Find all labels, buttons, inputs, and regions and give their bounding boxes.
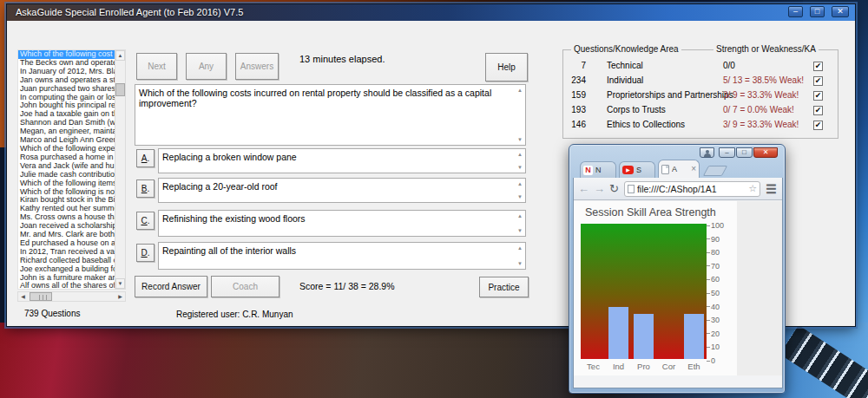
scroll-up-icon[interactable]: ▲ (516, 87, 524, 94)
question-list-item[interactable]: Which of the following items (18, 179, 115, 188)
scroll-up-icon[interactable]: ▲ (516, 180, 524, 187)
scroll-up-icon[interactable]: ▲ (516, 212, 524, 219)
coach-button[interactable]: Coach (211, 276, 279, 297)
address-text[interactable]: file:///C:/AShop/1A1 (637, 184, 748, 194)
chart-title: Session Skill Area Strength (585, 206, 716, 219)
question-list-item[interactable]: Alf owns all of the shares of (18, 282, 115, 290)
question-list-item[interactable]: Julie made cash contribution (18, 171, 115, 179)
ka-checkbox[interactable]: ✔ (813, 106, 823, 115)
browser-frame: ← → ↻ file:///C:/AShop/1A1 ☆ ☰ Session S… (573, 178, 783, 388)
question-list-item[interactable]: Ms. Cross owns a house tha (18, 213, 115, 222)
scroll-right-icon[interactable]: ▶ (115, 292, 125, 301)
question-list-item[interactable]: Kiran bought stock in the Bi (18, 196, 115, 205)
maximize-button[interactable]: □ (810, 6, 825, 17)
question-list-item[interactable]: Vera and Jack (wife and hu (18, 162, 115, 171)
tab-close-icon[interactable]: × (691, 165, 696, 173)
tick-label: 90 (711, 235, 720, 244)
browser-tab[interactable]: NN (580, 161, 616, 178)
question-list-item[interactable]: In computing the gain or los (18, 94, 115, 102)
question-list-item[interactable]: Marco and Leigh Ann Green (18, 136, 115, 145)
tick-mark (707, 306, 710, 307)
scroll-down-icon[interactable]: ▼ (516, 260, 524, 267)
question-list-item[interactable]: Joan received a scholarship (18, 222, 115, 231)
back-icon[interactable]: ← (578, 183, 589, 194)
forward-icon[interactable]: → (594, 183, 605, 194)
scroll-up-icon[interactable]: ▲ (516, 151, 524, 158)
question-list-vscrollbar[interactable]: ▲ ▼ (115, 49, 126, 290)
scroll-up-icon[interactable]: ▲ (115, 50, 125, 61)
scroll-down-icon[interactable]: ▼ (516, 193, 524, 200)
reload-icon[interactable]: ↻ (609, 183, 619, 194)
answer-b-textbox[interactable]: Replacing a 20-year-old roof ▲ ▼ (158, 178, 526, 203)
ka-checkbox[interactable]: ✔ (813, 76, 823, 86)
question-list-item[interactable]: In 2012, Tran received a va (18, 248, 115, 257)
question-list-item[interactable]: In January of 2012, Mrs. Bla (18, 68, 115, 76)
browser-window: – □ ✕ NN▶SA× ← → ↻ file:///C:/AShop/1A1 … (569, 144, 786, 394)
question-list-item[interactable]: Joe exchanged a building fo (18, 265, 115, 274)
browser-close-button[interactable]: ✕ (753, 147, 778, 158)
answer-d-textbox[interactable]: Repainting all of the interior walls ▲ ▼ (158, 242, 526, 270)
ka-checkbox[interactable]: ✔ (813, 91, 823, 101)
scroll-down-icon[interactable]: ▼ (115, 278, 125, 289)
question-textbox[interactable]: Which of the following costs incurred on… (135, 84, 526, 146)
browser-maximize-button[interactable]: □ (736, 147, 753, 158)
answer-b-button[interactable]: B. (136, 179, 155, 198)
close-button[interactable]: ✕ (832, 6, 849, 17)
scroll-down-icon[interactable]: ▼ (516, 136, 524, 143)
question-list-item[interactable]: Richard collected baseball c (18, 257, 115, 265)
browser-tab-strip: NN▶SA× (580, 159, 725, 178)
profile-avatar-button[interactable] (700, 147, 714, 158)
question-list-item[interactable]: John bought his principal re (18, 101, 115, 110)
scroll-down-icon[interactable]: ▼ (516, 164, 524, 171)
question-list[interactable]: Which of the following costThe Becks own… (17, 49, 115, 290)
question-list-item[interactable]: Joe had a taxable gain on th (18, 110, 115, 119)
question-list-item[interactable]: The Becks own and operate (18, 59, 115, 68)
score-label: Score = 11/ 38 = 28.9% (299, 281, 395, 291)
question-list-item[interactable]: Ed purchased a house on a (18, 239, 115, 248)
ka-strength-value: 3/ 9 = 33.3% Weak! (723, 90, 799, 100)
question-list-item[interactable]: Which of the following cost (18, 50, 115, 59)
browser-minimize-button[interactable]: – (719, 147, 735, 158)
address-bar[interactable]: file:///C:/AShop/1A1 ☆ (624, 181, 760, 197)
scroll-up-icon[interactable]: ▲ (516, 245, 524, 251)
new-tab-button[interactable] (703, 166, 727, 176)
question-list-hscrollbar[interactable]: ◀ ▶ (17, 291, 126, 302)
answer-d-button[interactable]: D. (136, 244, 155, 262)
next-button[interactable]: Next (136, 53, 177, 80)
browser-tab[interactable]: A× (658, 160, 700, 178)
question-list-item[interactable]: Juan purchased two shares (18, 85, 115, 94)
bookmark-star-icon[interactable]: ☆ (748, 183, 757, 194)
chart-y-axis: 1009080706050403020100 (707, 224, 736, 359)
answers-button[interactable]: Answers (235, 53, 279, 80)
vscroll-thumb[interactable] (115, 83, 125, 96)
scroll-down-icon[interactable]: ▼ (516, 227, 524, 234)
answer-c-button[interactable]: C. (136, 212, 155, 230)
menu-icon[interactable]: ☰ (765, 183, 778, 195)
question-list-item[interactable]: Rosa purchased a home in (18, 153, 115, 162)
answer-a-button[interactable]: A. (136, 149, 155, 167)
question-list-item[interactable]: John is a furniture maker an (18, 274, 115, 283)
question-list-item[interactable]: Megan, an engineer, mainta (18, 127, 115, 136)
ka-checkbox[interactable]: ✔ (813, 62, 823, 71)
hscroll-thumb[interactable] (30, 292, 52, 301)
question-list-item[interactable]: Kathy rented out her summe (18, 205, 115, 213)
question-list-item[interactable]: Which of the following expe (18, 145, 115, 153)
any-button[interactable]: Any (186, 53, 227, 80)
answer-a-textbox[interactable]: Replacing a broken window pane ▲ ▼ (158, 148, 526, 173)
question-list-item[interactable]: Which of the following is no (18, 188, 115, 197)
practice-button[interactable]: Practice (479, 277, 529, 297)
record-answer-button[interactable]: Record Answer (135, 276, 207, 297)
ka-checkbox[interactable]: ✔ (813, 121, 823, 130)
question-list-item[interactable]: Shannon and Dan Smith (w (18, 119, 115, 127)
question-list-item[interactable]: Mr. and Mrs. Clark are both (18, 231, 115, 239)
question-list-item[interactable]: Jan owns and operates a st (18, 76, 115, 85)
app-titlebar[interactable]: AskaGuide Special Enrolled Agent (to Feb… (7, 4, 855, 21)
browser-tab[interactable]: ▶S (619, 161, 655, 178)
youtube-icon: ▶ (622, 166, 634, 174)
answer-a-text: Replacing a broken window pane (162, 152, 297, 162)
minimize-button[interactable]: – (788, 6, 803, 17)
answer-c-textbox[interactable]: Refinishing the existing wood floors ▲ ▼ (158, 210, 526, 237)
elapsed-time-label: 13 minutes elapsed. (299, 54, 385, 64)
scroll-left-icon[interactable]: ◀ (18, 292, 28, 301)
help-button[interactable]: Help (485, 53, 528, 82)
